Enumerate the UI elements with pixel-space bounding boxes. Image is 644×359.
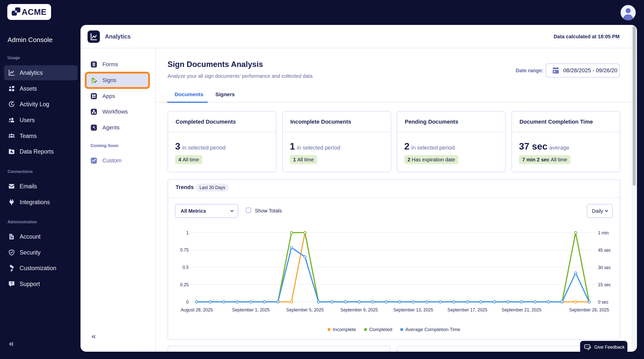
- svg-text:September 21, 2025: September 21, 2025: [502, 307, 542, 312]
- svg-text:0.5: 0.5: [183, 265, 189, 270]
- svg-text:$: $: [11, 236, 12, 239]
- svg-text:September 13, 2025: September 13, 2025: [393, 307, 433, 312]
- svg-text:September 9, 2025: September 9, 2025: [340, 307, 378, 312]
- svg-text:0 sec: 0 sec: [598, 300, 609, 305]
- svg-text:1: 1: [186, 230, 189, 235]
- svg-text:0: 0: [186, 300, 189, 305]
- svg-text:0.25: 0.25: [180, 282, 189, 287]
- svg-text:45 sec: 45 sec: [598, 248, 611, 253]
- svg-text:30 sec: 30 sec: [598, 265, 611, 270]
- svg-text:August 28, 2025: August 28, 2025: [181, 307, 213, 312]
- svg-text:?: ?: [11, 281, 13, 285]
- svg-text:1 min: 1 min: [598, 230, 609, 235]
- svg-text:September 26, 2025: September 26, 2025: [569, 307, 609, 312]
- svg-text:15 sec: 15 sec: [598, 282, 611, 287]
- svg-text:September 5, 2025: September 5, 2025: [286, 307, 324, 312]
- svg-text:September 1, 2025: September 1, 2025: [232, 307, 270, 312]
- svg-text:September 17, 2025: September 17, 2025: [448, 307, 488, 312]
- svg-text:0.75: 0.75: [180, 247, 189, 253]
